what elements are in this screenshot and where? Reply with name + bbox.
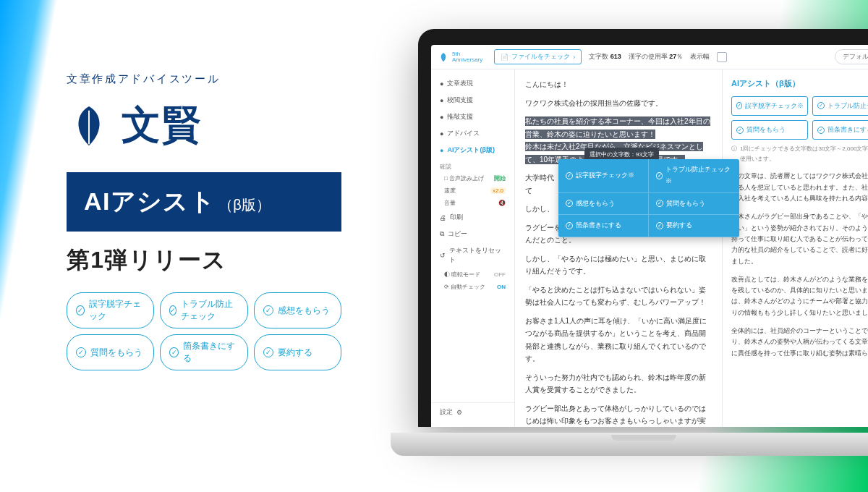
feature-bullets: ✓箇条書きにする <box>160 334 247 370</box>
sidebar-print[interactable]: 🖨印刷 <box>431 209 514 226</box>
panel-trouble-check-button[interactable]: ✓トラブル防止チェ <box>812 96 869 116</box>
sidebar-volume[interactable]: 音量🔇 <box>431 197 514 209</box>
app-logo: 5th Anniversary <box>438 51 482 63</box>
popup-summarize[interactable]: ✓要約する <box>649 215 739 237</box>
editor-text: しかし、「やるからには極めたい」と思い、まじめに取り組んだそうです。 <box>525 253 712 278</box>
feature-trouble-check: ✓トラブル防止チェック <box>160 292 247 328</box>
leaf-icon <box>67 103 111 148</box>
check-icon: ✓ <box>817 127 825 134</box>
popup-label: 箇条書きにする <box>576 220 621 232</box>
popup-bullets[interactable]: ✓箇条書きにする <box>558 215 649 237</box>
brand-logo: 文賢 <box>67 99 341 152</box>
chevron-right-icon: › <box>573 54 575 61</box>
panel-title: AIアシスト（β版） <box>731 77 868 90</box>
sidebar-item-advice[interactable]: ●アドバイス <box>431 125 514 142</box>
feature-label: 質問をもらう <box>90 347 142 359</box>
speed-badge: x2.0 <box>490 187 506 194</box>
auto-status: ON <box>497 284 506 290</box>
reset-icon: ↺ <box>440 252 446 259</box>
ai-assist-panel: AIアシスト（β版） ✓誤字脱字チェック※ ✓トラブル防止チェ ✓質問をもらう … <box>722 69 868 427</box>
sidebar-settings[interactable]: 設定⚙ <box>431 402 514 421</box>
sidebar-label: 校閲支援 <box>447 96 473 105</box>
sidebar-item-ai-assist[interactable]: ●AIアシスト(β版) <box>431 142 514 158</box>
feature-feedback: ✓感想をもらう <box>254 292 341 328</box>
button-label: 箇条書きにする <box>827 124 869 135</box>
sidebar-tts[interactable]: □ 音声読み上げ開始 <box>431 172 514 184</box>
sidebar-speed[interactable]: 速度x2.0 <box>431 184 514 197</box>
panel-paragraph: この文章は、読者層としてはワクワク株式会社に興ている人を想定していると思われます… <box>731 171 868 204</box>
default-dropdown[interactable]: デフォルト設 <box>835 49 868 64</box>
check-icon: ✓ <box>656 222 663 229</box>
copy-icon: ⧉ <box>440 230 444 238</box>
check-icon: ✓ <box>566 200 573 207</box>
popup-feedback[interactable]: ✓感想をもらう <box>558 193 649 216</box>
popup-trouble-check[interactable]: ✓トラブル防止チェック※ <box>649 159 739 193</box>
check-icon: ✓ <box>656 200 663 207</box>
panel-typo-check-button[interactable]: ✓誤字脱字チェック※ <box>731 96 808 116</box>
sidebar-reset-text[interactable]: ↺テキストをリセット <box>431 242 514 268</box>
gear-icon: ⚙ <box>456 409 462 416</box>
feature-label: 箇条書きにする <box>183 340 238 365</box>
hero-title: AIアシスト <box>84 187 216 215</box>
sidebar: ●文章表現 ●校閲支援 ●推敲支援 ●アドバイス ●AIアシスト(β版) 確認 … <box>431 69 515 427</box>
sidebar-item-proofing[interactable]: ●校閲支援 <box>431 92 514 109</box>
check-icon: ✓ <box>656 172 663 179</box>
file-icon: 📄 <box>501 54 509 61</box>
editor-text: ワクワク株式会社の採用担当の佐藤です。 <box>525 97 712 110</box>
dot-icon: ● <box>440 130 443 137</box>
feature-summarize: ✓要約する <box>254 334 341 370</box>
button-label: 質問をもらう <box>746 124 786 135</box>
sidebar-section-confirm: 確認 <box>431 158 514 172</box>
panel-bullets-button[interactable]: ✓箇条書きにする <box>812 120 869 140</box>
dot-icon: ● <box>440 114 443 121</box>
file-check-label: ファイルをチェック <box>511 52 570 62</box>
popup-label: 感想をもらう <box>576 198 615 210</box>
volume-icon: 🔇 <box>498 200 506 206</box>
sidebar-dark-mode[interactable]: ◐ 暗転モードOFF <box>431 268 514 281</box>
sidebar-item-polish[interactable]: ●推敲支援 <box>431 109 514 125</box>
sidebar-label: アドバイス <box>447 129 480 138</box>
button-label: トラブル防止チェ <box>827 101 869 111</box>
feature-grid: ✓誤字脱字チェック ✓トラブル防止チェック ✓感想をもらう ✓質問をもらう ✓箇… <box>67 292 341 370</box>
print-icon: 🖨 <box>440 214 446 221</box>
check-icon: ✓ <box>817 102 825 109</box>
panel-question-button[interactable]: ✓質問をもらう <box>731 120 808 140</box>
sidebar-label: 設定 <box>440 407 453 417</box>
check-icon: ✓ <box>736 102 742 109</box>
file-check-button[interactable]: 📄 ファイルをチェック › <box>494 49 582 64</box>
popup-question[interactable]: ✓質問をもらう <box>649 193 739 216</box>
sidebar-label: 文章表現 <box>447 79 473 88</box>
sidebar-label: AIアシスト(β版) <box>447 145 495 155</box>
topbar: 5th Anniversary 📄 ファイルをチェック › 文字数 613 漢字… <box>431 45 868 69</box>
sidebar-copy[interactable]: ⧉コピー <box>431 226 514 242</box>
laptop-mockup: 5th Anniversary 📄 ファイルをチェック › 文字数 613 漢字… <box>391 29 868 478</box>
brand-name: 文賢 <box>122 99 203 152</box>
sidebar-label: テキストをリセット <box>449 246 506 265</box>
sidebar-label: 推敲支援 <box>447 112 473 122</box>
sidebar-auto-check[interactable]: ⟳ 自動チェックON <box>431 281 514 293</box>
editor-text: こんにちは！ <box>525 78 712 91</box>
app-window: 5th Anniversary 📄 ファイルをチェック › 文字数 613 漢字… <box>431 45 868 427</box>
sidebar-item-expression[interactable]: ●文章表現 <box>431 75 514 92</box>
editor-pane[interactable]: こんにちは！ ワクワク株式会社の採用担当の佐藤です。 私たちの社員を紹介する本コ… <box>515 69 722 427</box>
width-label: 表示幅 <box>690 52 710 62</box>
dark-status: OFF <box>494 271 506 278</box>
editor-text: 「やると決めたことは打ち込まないではいられない」姿勢は社会人になっても変わらず、… <box>525 284 712 309</box>
editor-text: ラグビー部出身とあって体格がしっかりしているのではじめは怖い印象をもつお客さまも… <box>525 402 712 428</box>
dot-icon: ● <box>440 147 443 154</box>
panel-note: ⓘ1回にチェックできる文字数は30文字～2,000文字以内。使用います。 <box>731 144 868 164</box>
editor-text: お客さま1人1人の声に耳を傾け、「いかに高い満足度につながる商品を提供するか」と… <box>525 315 712 365</box>
feature-label: 要約する <box>278 347 312 359</box>
check-icon: ✓ <box>169 347 179 357</box>
popup-label: 質問をもらう <box>666 198 705 210</box>
popup-label: 要約する <box>666 220 692 232</box>
editor-text: そういった努力が社内でも認められ、鈴木は昨年度の新人賞を受賞することができました… <box>525 371 712 396</box>
width-toggle-icon[interactable] <box>717 52 727 62</box>
feature-label: 感想をもらう <box>278 305 330 317</box>
check-icon: ✓ <box>566 172 573 179</box>
check-icon: ✓ <box>76 305 85 315</box>
sidebar-label: 印刷 <box>450 213 463 222</box>
laptop-base <box>391 433 868 456</box>
popup-typo-check[interactable]: ✓誤字脱字チェック※ <box>558 159 649 193</box>
feature-label: 誤字脱字チェック <box>89 298 145 323</box>
